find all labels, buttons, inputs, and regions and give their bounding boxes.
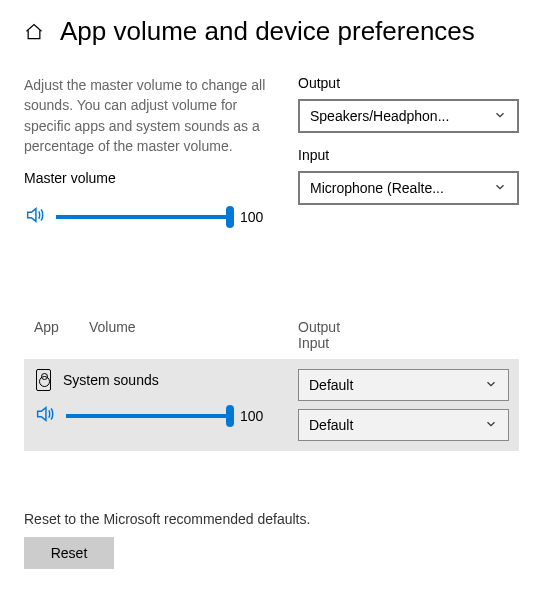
col-volume: Volume [89, 319, 136, 351]
page-title: App volume and device preferences [60, 16, 475, 47]
columns-header: App Volume Output Input [24, 319, 519, 359]
output-selected-text: Speakers/Headphon... [310, 108, 449, 124]
app-output-select[interactable]: Default [298, 369, 509, 401]
app-input-select[interactable]: Default [298, 409, 509, 441]
home-icon[interactable] [24, 22, 44, 42]
reset-text: Reset to the Microsoft recommended defau… [24, 511, 519, 527]
app-row: System sounds 100 Default [24, 359, 519, 451]
col-app: App [34, 319, 59, 351]
master-volume-slider[interactable] [56, 207, 230, 227]
speaker-icon[interactable] [34, 403, 56, 428]
app-output-selected: Default [309, 377, 353, 393]
speaker-icon[interactable] [24, 204, 46, 229]
app-volume-value: 100 [240, 408, 274, 424]
chevron-down-icon [493, 180, 507, 197]
app-input-selected: Default [309, 417, 353, 433]
reset-button[interactable]: Reset [24, 537, 114, 569]
col-input: Input [298, 335, 519, 351]
app-name: System sounds [63, 372, 159, 388]
input-selected-text: Microphone (Realte... [310, 180, 444, 196]
input-select[interactable]: Microphone (Realte... [298, 171, 519, 205]
chevron-down-icon [493, 108, 507, 125]
output-select[interactable]: Speakers/Headphon... [298, 99, 519, 133]
chevron-down-icon [484, 377, 498, 394]
system-sounds-icon [36, 369, 51, 391]
app-volume-slider[interactable] [66, 406, 230, 426]
output-label: Output [298, 75, 519, 91]
master-volume-slider-row: 100 [24, 204, 274, 229]
input-label: Input [298, 147, 519, 163]
chevron-down-icon [484, 417, 498, 434]
col-output: Output [298, 319, 519, 335]
master-volume-label: Master volume [24, 170, 274, 186]
master-volume-value: 100 [240, 209, 274, 225]
description-text: Adjust the master volume to change all s… [24, 75, 274, 156]
